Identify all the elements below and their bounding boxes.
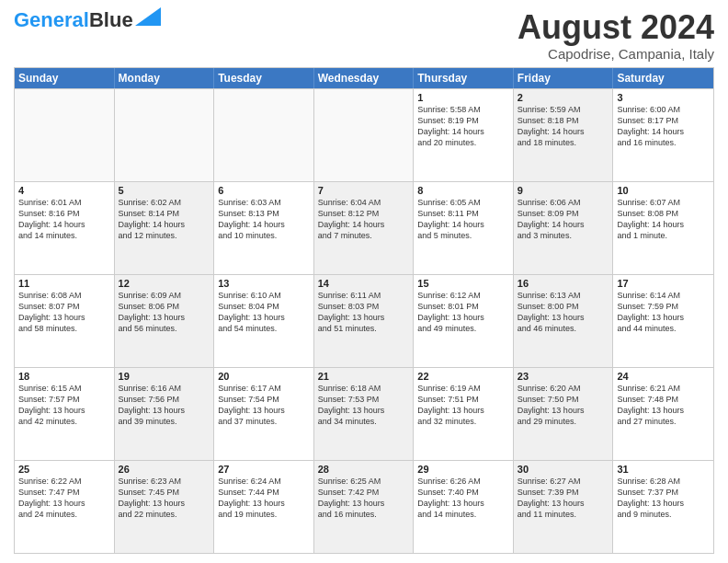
calendar-cell: 29Sunrise: 6:26 AM Sunset: 7:40 PM Dayli… [414,461,514,553]
day-info: Sunrise: 6:24 AM Sunset: 7:44 PM Dayligh… [218,476,310,521]
logo: GeneralBlue [14,9,161,31]
calendar-cell: 15Sunrise: 6:12 AM Sunset: 8:01 PM Dayli… [414,275,514,367]
calendar-cell: 25Sunrise: 6:22 AM Sunset: 7:47 PM Dayli… [15,461,115,553]
day-info: Sunrise: 6:11 AM Sunset: 8:03 PM Dayligh… [318,290,410,335]
location: Capodrise, Campania, Italy [518,46,714,62]
calendar-cell: 10Sunrise: 6:07 AM Sunset: 8:08 PM Dayli… [613,182,713,274]
calendar-cell: 5Sunrise: 6:02 AM Sunset: 8:14 PM Daylig… [115,182,215,274]
day-info: Sunrise: 5:59 AM Sunset: 8:18 PM Dayligh… [518,104,609,149]
day-number: 28 [318,464,410,475]
day-number: 31 [617,464,710,475]
calendar-cell: 23Sunrise: 6:20 AM Sunset: 7:50 PM Dayli… [514,368,614,460]
day-number: 22 [417,371,509,382]
calendar-cell: 18Sunrise: 6:15 AM Sunset: 7:57 PM Dayli… [15,368,115,460]
day-number: 14 [318,278,410,289]
day-number: 8 [417,185,509,196]
day-header-thursday: Thursday [414,68,514,88]
day-number: 7 [318,185,410,196]
calendar-cell: 22Sunrise: 6:19 AM Sunset: 7:51 PM Dayli… [414,368,514,460]
day-number: 17 [617,278,710,289]
day-info: Sunrise: 6:14 AM Sunset: 7:59 PM Dayligh… [617,290,710,335]
calendar-cell: 31Sunrise: 6:28 AM Sunset: 7:37 PM Dayli… [613,461,713,553]
calendar-cell: 17Sunrise: 6:14 AM Sunset: 7:59 PM Dayli… [613,275,713,367]
day-info: Sunrise: 6:22 AM Sunset: 7:47 PM Dayligh… [18,476,110,521]
calendar: SundayMondayTuesdayWednesdayThursdayFrid… [14,67,714,554]
calendar-week-4: 18Sunrise: 6:15 AM Sunset: 7:57 PM Dayli… [15,367,713,460]
calendar-cell: 13Sunrise: 6:10 AM Sunset: 8:04 PM Dayli… [214,275,314,367]
day-number: 27 [218,464,310,475]
logo-text: GeneralBlue [14,9,133,31]
day-number: 24 [617,371,710,382]
day-header-tuesday: Tuesday [214,68,314,88]
day-number: 15 [417,278,509,289]
day-header-sunday: Sunday [15,68,115,88]
day-info: Sunrise: 6:01 AM Sunset: 8:16 PM Dayligh… [18,197,110,242]
calendar-cell: 19Sunrise: 6:16 AM Sunset: 7:56 PM Dayli… [115,368,215,460]
calendar-cell: 28Sunrise: 6:25 AM Sunset: 7:42 PM Dayli… [314,461,415,553]
calendar-body: 1Sunrise: 5:58 AM Sunset: 8:19 PM Daylig… [15,88,713,553]
calendar-cell: 16Sunrise: 6:13 AM Sunset: 8:00 PM Dayli… [514,275,614,367]
header: GeneralBlue August 2024 Capodrise, Campa… [14,9,714,62]
day-number: 30 [518,464,609,475]
day-info: Sunrise: 6:09 AM Sunset: 8:06 PM Dayligh… [119,290,210,335]
calendar-cell: 11Sunrise: 6:08 AM Sunset: 8:07 PM Dayli… [15,275,115,367]
day-header-friday: Friday [514,68,614,88]
day-number: 11 [18,278,110,289]
day-info: Sunrise: 6:06 AM Sunset: 8:09 PM Dayligh… [518,197,609,242]
day-info: Sunrise: 6:18 AM Sunset: 7:53 PM Dayligh… [318,383,410,428]
day-info: Sunrise: 6:07 AM Sunset: 8:08 PM Dayligh… [617,197,710,242]
calendar-cell: 4Sunrise: 6:01 AM Sunset: 8:16 PM Daylig… [15,182,115,274]
calendar-cell: 6Sunrise: 6:03 AM Sunset: 8:13 PM Daylig… [214,182,314,274]
calendar-cell: 21Sunrise: 6:18 AM Sunset: 7:53 PM Dayli… [314,368,415,460]
calendar-week-5: 25Sunrise: 6:22 AM Sunset: 7:47 PM Dayli… [15,460,713,553]
day-header-wednesday: Wednesday [314,68,415,88]
day-info: Sunrise: 6:28 AM Sunset: 7:37 PM Dayligh… [617,476,710,521]
day-number: 9 [518,185,609,196]
logo-arrow-icon [135,7,161,26]
day-number: 3 [617,92,710,103]
calendar-cell: 3Sunrise: 6:00 AM Sunset: 8:17 PM Daylig… [613,89,713,181]
day-info: Sunrise: 6:13 AM Sunset: 8:00 PM Dayligh… [518,290,609,335]
day-info: Sunrise: 6:15 AM Sunset: 7:57 PM Dayligh… [18,383,110,428]
svg-marker-0 [135,7,161,26]
calendar-cell [15,89,115,181]
calendar-week-2: 4Sunrise: 6:01 AM Sunset: 8:16 PM Daylig… [15,181,713,274]
day-info: Sunrise: 6:25 AM Sunset: 7:42 PM Dayligh… [318,476,410,521]
day-number: 26 [119,464,210,475]
calendar-cell [314,89,415,181]
calendar-cell: 2Sunrise: 5:59 AM Sunset: 8:18 PM Daylig… [514,89,614,181]
day-number: 18 [18,371,110,382]
day-info: Sunrise: 6:05 AM Sunset: 8:11 PM Dayligh… [417,197,509,242]
day-header-monday: Monday [115,68,215,88]
calendar-cell: 30Sunrise: 6:27 AM Sunset: 7:39 PM Dayli… [514,461,614,553]
logo-blue: Blue [89,8,133,31]
day-number: 12 [119,278,210,289]
day-info: Sunrise: 6:00 AM Sunset: 8:17 PM Dayligh… [617,104,710,149]
calendar-week-1: 1Sunrise: 5:58 AM Sunset: 8:19 PM Daylig… [15,88,713,181]
calendar-cell: 26Sunrise: 6:23 AM Sunset: 7:45 PM Dayli… [115,461,215,553]
calendar-cell: 20Sunrise: 6:17 AM Sunset: 7:54 PM Dayli… [214,368,314,460]
day-info: Sunrise: 6:08 AM Sunset: 8:07 PM Dayligh… [18,290,110,335]
day-info: Sunrise: 6:26 AM Sunset: 7:40 PM Dayligh… [417,476,509,521]
day-info: Sunrise: 6:21 AM Sunset: 7:48 PM Dayligh… [617,383,710,428]
calendar-cell [214,89,314,181]
day-header-saturday: Saturday [613,68,713,88]
page: GeneralBlue August 2024 Capodrise, Campa… [0,0,728,563]
calendar-cell: 27Sunrise: 6:24 AM Sunset: 7:44 PM Dayli… [214,461,314,553]
logo-general: General [14,8,89,31]
calendar-cell: 12Sunrise: 6:09 AM Sunset: 8:06 PM Dayli… [115,275,215,367]
day-info: Sunrise: 6:20 AM Sunset: 7:50 PM Dayligh… [518,383,609,428]
day-number: 1 [417,92,509,103]
day-info: Sunrise: 6:16 AM Sunset: 7:56 PM Dayligh… [119,383,210,428]
calendar-cell: 8Sunrise: 6:05 AM Sunset: 8:11 PM Daylig… [414,182,514,274]
day-number: 19 [119,371,210,382]
day-info: Sunrise: 6:03 AM Sunset: 8:13 PM Dayligh… [218,197,310,242]
month-year: August 2024 [518,9,714,46]
day-number: 4 [18,185,110,196]
day-info: Sunrise: 6:27 AM Sunset: 7:39 PM Dayligh… [518,476,609,521]
day-info: Sunrise: 6:10 AM Sunset: 8:04 PM Dayligh… [218,290,310,335]
calendar-week-3: 11Sunrise: 6:08 AM Sunset: 8:07 PM Dayli… [15,274,713,367]
calendar-header: SundayMondayTuesdayWednesdayThursdayFrid… [15,68,713,88]
day-info: Sunrise: 6:17 AM Sunset: 7:54 PM Dayligh… [218,383,310,428]
calendar-cell: 7Sunrise: 6:04 AM Sunset: 8:12 PM Daylig… [314,182,415,274]
